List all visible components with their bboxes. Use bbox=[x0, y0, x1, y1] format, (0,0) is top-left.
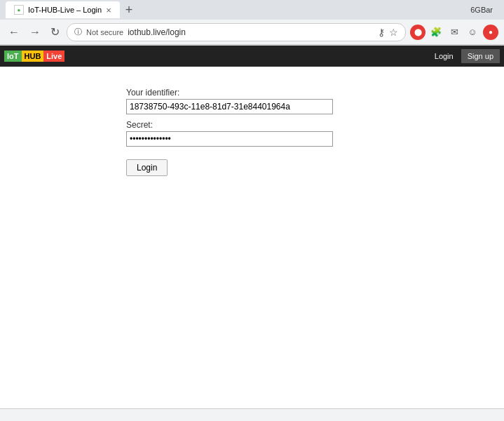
nav-auth-buttons: Login Sign up bbox=[428, 49, 500, 63]
app-navbar: IoT HUB Live Login Sign up bbox=[0, 46, 504, 67]
main-content: Your identifier: Secret: Login bbox=[0, 67, 504, 409]
identifier-input[interactable] bbox=[126, 99, 333, 114]
title-bar: ● IoT-HUB-Live – Login × + 6GBar bbox=[0, 0, 504, 20]
forward-button[interactable]: → bbox=[27, 25, 43, 40]
security-icon: ⓘ bbox=[74, 27, 82, 37]
toolbar-icons: ⬤ 🧩 ✉ ☺ ● bbox=[410, 25, 498, 40]
brand-hub: HUB bbox=[22, 51, 44, 62]
nav-signup-button[interactable]: Sign up bbox=[461, 49, 500, 63]
tab-title: IoT-HUB-Live – Login bbox=[28, 6, 102, 14]
mail-icon[interactable]: ✉ bbox=[447, 25, 462, 40]
browser-tab[interactable]: ● IoT-HUB-Live – Login × bbox=[6, 1, 120, 18]
status-bar bbox=[0, 408, 504, 421]
secret-group: Secret: bbox=[126, 120, 490, 147]
brand: IoT HUB Live bbox=[4, 51, 64, 62]
key-icon: ⚷ bbox=[378, 27, 385, 38]
extension-icon-red[interactable]: ⬤ bbox=[410, 25, 425, 40]
address-icons: ⚷ ☆ bbox=[378, 27, 398, 38]
secret-label: Secret: bbox=[126, 120, 490, 130]
reload-button[interactable]: ↻ bbox=[48, 24, 62, 40]
new-tab-button[interactable]: + bbox=[123, 3, 136, 18]
secret-input[interactable] bbox=[126, 131, 333, 147]
star-icon[interactable]: ☆ bbox=[389, 27, 398, 38]
notification-icon[interactable]: ● bbox=[483, 25, 498, 40]
window-controls: 6GBar bbox=[465, 4, 498, 15]
brand-iot: IoT bbox=[4, 51, 22, 62]
tab-favicon: ● bbox=[14, 5, 24, 15]
face-icon[interactable]: ☺ bbox=[465, 25, 480, 40]
security-label: Not secure bbox=[86, 28, 123, 36]
address-bar: ← → ↻ ⓘ Not secure iothub.live/login ⚷ ☆… bbox=[0, 20, 504, 45]
identifier-group: Your identifier: bbox=[126, 88, 490, 114]
address-input-wrap[interactable]: ⓘ Not secure iothub.live/login ⚷ ☆ bbox=[67, 23, 406, 41]
browser-chrome: ● IoT-HUB-Live – Login × + 6GBar ← → ↻ ⓘ… bbox=[0, 0, 504, 46]
nav-login-button[interactable]: Login bbox=[428, 49, 460, 63]
address-text: iothub.live/login bbox=[128, 27, 374, 37]
brand-live: Live bbox=[43, 51, 64, 62]
back-button[interactable]: ← bbox=[6, 25, 22, 40]
extension-icon-puzzle[interactable]: 🧩 bbox=[428, 25, 444, 40]
login-button[interactable]: Login bbox=[126, 159, 168, 176]
identifier-label: Your identifier: bbox=[126, 88, 490, 98]
login-form: Your identifier: Secret: Login bbox=[126, 88, 490, 176]
tab-close-button[interactable]: × bbox=[106, 5, 111, 15]
